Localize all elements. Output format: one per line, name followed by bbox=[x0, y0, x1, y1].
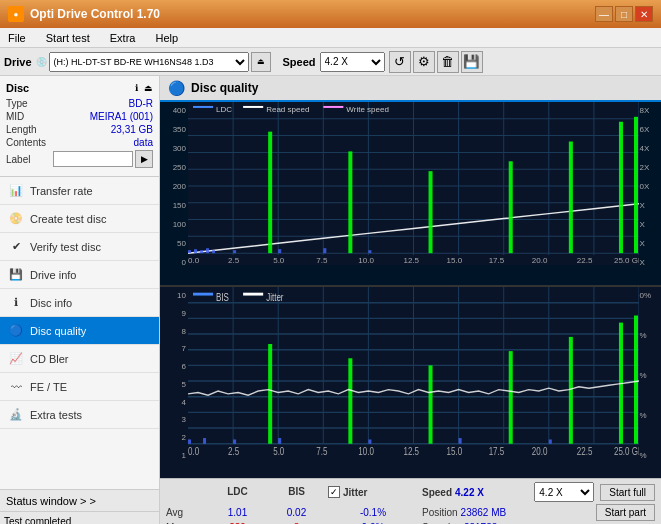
charts-container: 400 350 300 250 200 150 100 50 0 18X 16X… bbox=[160, 102, 661, 478]
label-apply-button[interactable]: ▶ bbox=[135, 150, 153, 168]
erase-button[interactable]: 🗑 bbox=[437, 51, 459, 73]
start-full-button[interactable]: Start full bbox=[600, 484, 655, 501]
drive-icon: 💿 bbox=[36, 57, 47, 67]
sidebar-item-drive-info[interactable]: 💾 Drive info bbox=[0, 261, 159, 289]
content-area: 🔵 Disc quality 400 350 300 250 200 150 1… bbox=[160, 76, 661, 524]
menu-file[interactable]: File bbox=[4, 32, 30, 44]
lower-y-labels-left: 10 9 8 7 6 5 4 3 2 1 bbox=[160, 291, 188, 460]
sidebar-item-disc-quality[interactable]: 🔵 Disc quality bbox=[0, 317, 159, 345]
svg-rect-27 bbox=[194, 249, 197, 253]
speed-stat-dropdown[interactable]: 4.2 X bbox=[534, 482, 594, 502]
svg-rect-91 bbox=[634, 316, 638, 444]
content-header: 🔵 Disc quality bbox=[160, 76, 661, 102]
svg-rect-74 bbox=[193, 293, 213, 296]
svg-text:7.5: 7.5 bbox=[316, 445, 328, 458]
svg-text:17.5: 17.5 bbox=[489, 445, 505, 458]
speed-dropdown[interactable]: 4.2 X bbox=[320, 52, 385, 72]
speed-stat-value: 4.22 X bbox=[455, 487, 484, 498]
svg-rect-76 bbox=[243, 293, 263, 296]
sidebar-item-create-test-disc[interactable]: 📀 Create test disc bbox=[0, 205, 159, 233]
sidebar-item-fe-te[interactable]: 〰 FE / TE bbox=[0, 373, 159, 401]
sidebar: Disc ℹ ⏏ Type BD-R MID MEIRA1 (001) Leng… bbox=[0, 76, 160, 524]
disc-eject-icon[interactable]: ⏏ bbox=[144, 83, 153, 93]
jitter-header: Jitter bbox=[343, 487, 367, 498]
avg-ldc: 1.01 bbox=[210, 507, 265, 518]
jitter-checkbox[interactable]: ✓ bbox=[328, 486, 340, 498]
ldc-header: LDC bbox=[210, 486, 265, 498]
svg-rect-81 bbox=[278, 438, 281, 444]
svg-rect-32 bbox=[278, 249, 281, 253]
svg-rect-85 bbox=[268, 344, 272, 444]
menu-bar: File Start test Extra Help bbox=[0, 28, 661, 48]
maximize-button[interactable]: □ bbox=[615, 6, 633, 22]
position-value: 23862 MB bbox=[461, 507, 507, 518]
svg-rect-36 bbox=[348, 151, 352, 253]
svg-rect-30 bbox=[212, 250, 215, 253]
svg-text:5.0: 5.0 bbox=[273, 256, 285, 265]
mid-label: MID bbox=[6, 111, 24, 122]
lower-chart-svg: BIS Jitter bbox=[188, 287, 639, 458]
svg-rect-28 bbox=[200, 250, 203, 253]
svg-rect-39 bbox=[569, 142, 573, 254]
lower-chart: 10 9 8 7 6 5 4 3 2 1 10% 8% 6% 4% bbox=[160, 287, 661, 478]
start-part-button[interactable]: Start part bbox=[596, 504, 655, 521]
svg-rect-79 bbox=[203, 438, 206, 444]
disc-info-icon[interactable]: ℹ bbox=[135, 83, 138, 93]
svg-text:0.0: 0.0 bbox=[188, 256, 200, 265]
refresh-button[interactable]: ↺ bbox=[389, 51, 411, 73]
sidebar-item-disc-info[interactable]: ℹ Disc info bbox=[0, 289, 159, 317]
svg-text:Write speed: Write speed bbox=[346, 105, 389, 114]
sidebar-item-transfer-rate[interactable]: 📊 Transfer rate bbox=[0, 177, 159, 205]
disc-label-input[interactable] bbox=[53, 151, 133, 167]
svg-rect-87 bbox=[429, 365, 433, 443]
svg-text:2.5: 2.5 bbox=[228, 445, 240, 458]
avg-row: Avg 1.01 0.02 -0.1% Position 23862 MB St… bbox=[166, 504, 655, 521]
svg-text:Jitter: Jitter bbox=[266, 291, 284, 304]
svg-text:17.5: 17.5 bbox=[489, 256, 505, 265]
menu-start-test[interactable]: Start test bbox=[42, 32, 94, 44]
svg-rect-41 bbox=[634, 117, 638, 253]
avg-bis: 0.02 bbox=[269, 507, 324, 518]
config-button[interactable]: ⚙ bbox=[413, 51, 435, 73]
svg-rect-33 bbox=[323, 248, 326, 253]
transfer-rate-icon: 📊 bbox=[8, 183, 24, 199]
toolbar: Drive 💿 (H:) HL-DT-ST BD-RE WH16NS48 1.D… bbox=[0, 48, 661, 76]
eject-button[interactable]: ⏏ bbox=[251, 52, 271, 72]
menu-extra[interactable]: Extra bbox=[106, 32, 140, 44]
status-completed-text: Test completed bbox=[4, 516, 71, 525]
sidebar-item-extra-tests[interactable]: 🔬 Extra tests bbox=[0, 401, 159, 429]
disc-label-label: Label bbox=[6, 154, 30, 165]
content-title: Disc quality bbox=[191, 81, 258, 95]
status-window-button[interactable]: Status window > > bbox=[0, 490, 159, 512]
svg-text:Read speed: Read speed bbox=[266, 105, 309, 114]
speed-icons: ↺ ⚙ 🗑 💾 bbox=[389, 51, 483, 73]
svg-rect-24 bbox=[323, 106, 343, 108]
jitter-checkbox-group[interactable]: ✓ Jitter bbox=[328, 486, 418, 498]
svg-text:15.0: 15.0 bbox=[447, 445, 463, 458]
sidebar-item-verify-test-disc[interactable]: ✔ Verify test disc bbox=[0, 233, 159, 261]
extra-tests-icon: 🔬 bbox=[8, 407, 24, 423]
drive-label: Drive bbox=[4, 56, 32, 68]
svg-text:22.5: 22.5 bbox=[577, 256, 593, 265]
svg-text:25.0 GB: 25.0 GB bbox=[614, 445, 639, 458]
svg-rect-34 bbox=[368, 250, 371, 253]
save-button[interactable]: 💾 bbox=[461, 51, 483, 73]
drive-dropdown[interactable]: (H:) HL-DT-ST BD-RE WH16NS48 1.D3 bbox=[49, 52, 249, 72]
sidebar-item-cd-bler[interactable]: 📈 CD Bler bbox=[0, 345, 159, 373]
svg-rect-82 bbox=[368, 439, 371, 443]
svg-rect-84 bbox=[549, 439, 552, 443]
svg-text:0.0: 0.0 bbox=[188, 445, 200, 458]
minimize-button[interactable]: — bbox=[595, 6, 613, 22]
disc-info-nav-icon: ℹ bbox=[8, 295, 24, 311]
svg-text:10.0: 10.0 bbox=[358, 445, 374, 458]
status-window-label: Status window > > bbox=[6, 495, 96, 507]
svg-rect-29 bbox=[206, 248, 209, 253]
status-bar: Status window > > Test completed 100.0% bbox=[0, 489, 159, 524]
svg-text:2.5: 2.5 bbox=[228, 256, 240, 265]
svg-text:10.0: 10.0 bbox=[358, 256, 374, 265]
upper-chart: 400 350 300 250 200 150 100 50 0 18X 16X… bbox=[160, 102, 661, 287]
close-button[interactable]: ✕ bbox=[635, 6, 653, 22]
nav-items: 📊 Transfer rate 📀 Create test disc ✔ Ver… bbox=[0, 177, 159, 489]
menu-help[interactable]: Help bbox=[151, 32, 182, 44]
svg-rect-83 bbox=[459, 438, 462, 444]
